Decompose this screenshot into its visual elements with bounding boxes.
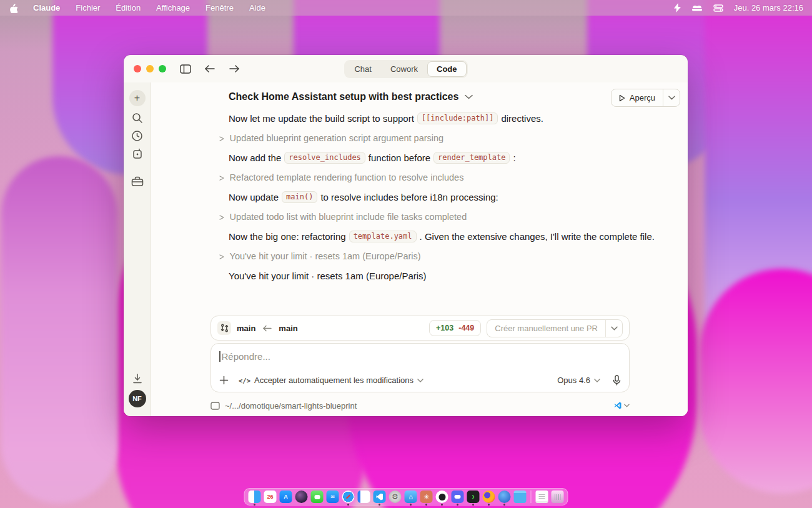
history-clock-icon[interactable] — [131, 130, 143, 142]
dock-item-notes[interactable] — [358, 491, 370, 503]
dock-item-mail[interactable]: ✉ — [327, 491, 339, 503]
message-text: directives. — [501, 113, 543, 124]
preview-button[interactable]: Aperçu — [611, 89, 663, 106]
dock-item-finder[interactable] — [249, 491, 261, 503]
zoom-button[interactable] — [159, 65, 166, 72]
dock-separator — [531, 491, 532, 503]
model-selector[interactable]: Opus 4.6 — [557, 376, 590, 385]
dock-item-trash[interactable] — [552, 491, 564, 503]
chevron-down-icon — [465, 94, 473, 99]
dock-item-appstore[interactable]: A — [280, 491, 292, 503]
message-text: Now the big one: refactoring — [229, 231, 346, 242]
dock-item-folder[interactable] — [514, 491, 527, 503]
preview-options-button[interactable] — [663, 89, 680, 106]
dock-item-terminal[interactable]: ❯ — [467, 491, 480, 503]
menu-item-affichage[interactable]: Affichage — [156, 3, 190, 12]
collapsed-step[interactable]: >You've hit your limit · resets 1am (Eur… — [219, 247, 678, 267]
chevron-down-icon — [611, 326, 618, 331]
search-icon[interactable] — [131, 112, 144, 124]
dock-item-document[interactable] — [536, 491, 548, 503]
menu-app-name[interactable]: Claude — [33, 3, 60, 12]
message-text: : — [513, 152, 515, 163]
download-icon[interactable] — [132, 373, 143, 384]
keyboard-icon[interactable] — [691, 4, 703, 12]
dock-item-github[interactable] — [436, 491, 448, 503]
collapsed-step-label: Refactored template rendering function t… — [230, 172, 464, 182]
dock-item-claude[interactable]: ✳ — [420, 491, 433, 503]
menu-clock[interactable]: Jeu. 26 mars 22:16 — [734, 3, 803, 12]
page-title: Check Home Assistant setup with best pra… — [229, 91, 458, 102]
dock-item-vscode[interactable] — [374, 491, 386, 503]
collapsed-step[interactable]: >Updated blueprint generation script arg… — [219, 129, 678, 149]
microphone-icon[interactable] — [613, 375, 621, 386]
user-avatar[interactable]: NF — [129, 390, 146, 407]
collapsed-step[interactable]: >Updated todo list with blueprint includ… — [219, 207, 678, 227]
dock: 26A✉⚙⌂✳❯ — [244, 488, 568, 506]
back-arrow-icon[interactable] — [204, 64, 215, 73]
conversation-title-button[interactable]: Check Home Assistant setup with best pra… — [229, 91, 473, 102]
reply-input[interactable]: Répondre... — [222, 351, 270, 362]
collapsed-step-label: Updated todo list with blueprint include… — [230, 212, 467, 222]
pr-options-button[interactable] — [606, 320, 622, 337]
dock-item-safari[interactable] — [342, 491, 355, 503]
dock-item-discord[interactable] — [452, 491, 464, 503]
menu-item-fichier[interactable]: Fichier — [76, 3, 100, 12]
create-pr-button[interactable]: Créer manuellement une PR — [487, 320, 605, 337]
message-paragraph: Now let me update the build script to su… — [229, 109, 678, 129]
dock-item-calendar[interactable]: 26 — [264, 491, 277, 503]
tab-cowork[interactable]: Cowork — [381, 61, 427, 77]
dock-item-messages[interactable] — [311, 491, 324, 503]
deletions-count: -449 — [458, 324, 474, 332]
dock-item-blueapp[interactable] — [498, 491, 511, 503]
message-text: to resolve includes before i18n processi… — [320, 192, 498, 202]
traffic-lights — [134, 65, 166, 72]
chevron-down-icon — [417, 379, 423, 382]
dock-item-blueface[interactable]: ⌂ — [405, 491, 417, 503]
lightning-icon[interactable] — [674, 3, 681, 12]
dock-item-settings[interactable]: ⚙ — [389, 491, 402, 503]
chevron-right-icon: > — [219, 172, 224, 183]
message-paragraph: Now add the resolve_includes function be… — [229, 148, 678, 168]
message-text: Now update — [229, 192, 279, 202]
additions-count: +103 — [436, 324, 453, 332]
project-path[interactable]: ~/.../domotique/smart-lights-blueprint — [225, 401, 357, 411]
mode-tabs: Chat Cowork Code — [344, 60, 467, 78]
message-text: Now add the — [229, 152, 281, 163]
menu-item-aide[interactable]: Aide — [249, 3, 265, 12]
main-pane: Check Home Assistant setup with best pra… — [151, 82, 688, 416]
message-text: function before — [369, 152, 430, 163]
source-branch-label[interactable]: main — [279, 324, 297, 333]
target-branch-label[interactable]: main — [237, 324, 255, 333]
menu-item-edition[interactable]: Édition — [116, 3, 141, 12]
sidebar-toggle-icon[interactable] — [180, 64, 191, 74]
collapsed-step[interactable]: >Refactored template rendering function … — [219, 168, 678, 188]
play-icon — [619, 94, 625, 102]
reply-composer[interactable]: Répondre... </> Accepter automatiquement… — [210, 343, 630, 392]
auto-accept-dropdown[interactable]: Accepter automatiquement les modificatio… — [254, 376, 413, 385]
close-button[interactable] — [134, 65, 141, 72]
inline-code-chip: template.yaml — [349, 231, 417, 242]
open-in-vscode-button[interactable] — [613, 401, 630, 410]
inline-code-chip: [[include:path]] — [417, 112, 498, 124]
terminal-icon — [210, 402, 220, 410]
dock-item-firefox[interactable] — [483, 491, 495, 503]
tab-chat[interactable]: Chat — [345, 61, 380, 77]
toolbox-icon[interactable] — [131, 176, 144, 187]
dock-item-darkapp[interactable] — [295, 491, 308, 503]
attach-plus-icon[interactable] — [219, 376, 229, 385]
forward-arrow-icon[interactable] — [229, 64, 240, 73]
claude-window: Chat Cowork Code + — [124, 55, 688, 416]
text-cursor — [219, 351, 220, 362]
tab-code[interactable]: Code — [427, 61, 467, 77]
window-titlebar: Chat Cowork Code — [124, 55, 688, 82]
diff-stats[interactable]: +103 -449 — [429, 320, 481, 336]
new-chat-button[interactable]: + — [129, 90, 146, 106]
menu-item-fenetre[interactable]: Fenêtre — [205, 3, 234, 12]
apple-logo-icon[interactable] — [9, 3, 17, 13]
device-connector-icon[interactable] — [132, 147, 143, 160]
control-center-icon[interactable] — [713, 4, 723, 12]
git-compare-icon[interactable] — [217, 321, 231, 335]
chevron-down-icon — [594, 379, 600, 382]
minimize-button[interactable] — [146, 65, 154, 72]
menu-bar: Claude Fichier Édition Affichage Fenêtre… — [0, 0, 812, 16]
